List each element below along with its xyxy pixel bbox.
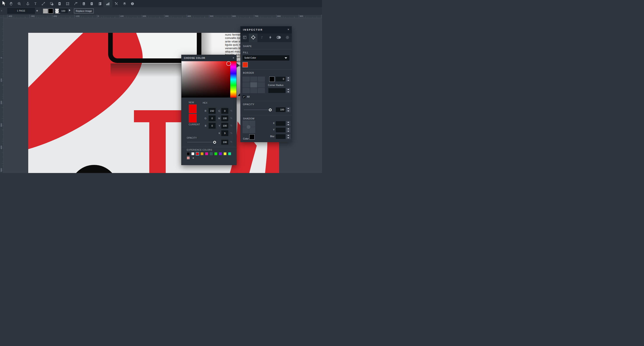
opacity-slider-track[interactable] (244, 110, 270, 110)
shadow-direction-knob[interactable] (247, 125, 250, 129)
shadow-section-label: SHADOW (243, 117, 254, 120)
anchor-tool[interactable] (24, 0, 32, 7)
add-swatch-button[interactable]: + (192, 156, 195, 160)
channel-row: C 0 % (181, 108, 237, 114)
ruler-tick-label: 800 (276, 15, 281, 17)
experience-color-swatch[interactable] (214, 152, 217, 155)
pen-curve-tool[interactable] (72, 0, 80, 7)
border-color-swatch[interactable] (269, 76, 274, 82)
ruler-tick-label: 200 (0, 99, 3, 106)
expand-arrow-icon[interactable] (69, 9, 70, 11)
tab-layout[interactable] (240, 33, 249, 42)
opacity-value-field[interactable]: 100 (59, 8, 68, 13)
line-tool[interactable] (40, 0, 47, 7)
shadow-blur-input[interactable] (276, 134, 286, 139)
inspector-divider (240, 115, 292, 115)
image-tool[interactable] (80, 0, 88, 7)
color-picker-ring[interactable] (226, 61, 231, 66)
experience-color-swatch[interactable] (228, 152, 231, 155)
fill-color-swatch[interactable] (242, 62, 248, 67)
experience-color-swatch[interactable] (187, 152, 190, 155)
tab-states[interactable] (275, 33, 283, 42)
corner-radius-stepper[interactable] (286, 88, 290, 93)
tab-settings[interactable] (283, 33, 292, 42)
video-tool[interactable] (88, 0, 96, 7)
chart-tool[interactable] (103, 0, 112, 7)
add-page-button[interactable]: + (36, 9, 38, 12)
shapes-tool[interactable] (48, 0, 56, 7)
dialog-title: CHOOSE COLOR (184, 55, 205, 61)
opacity-value-input[interactable]: 100 (221, 140, 228, 145)
layers-icon (122, 2, 126, 6)
experience-color-swatch[interactable] (205, 152, 208, 155)
channel-value-input[interactable]: 100 (221, 115, 228, 121)
gray-swatch[interactable] (43, 8, 48, 13)
close-icon[interactable]: × (288, 26, 289, 33)
experience-color-swatch[interactable] (191, 152, 194, 155)
opacity-value-input[interactable]: 100 (276, 107, 286, 112)
black-swatch[interactable] (48, 8, 53, 13)
opacity-stepper[interactable] (286, 107, 290, 112)
artboard-star-tool[interactable] (56, 0, 63, 7)
back-chevron[interactable]: ‹ (1, 9, 2, 12)
ruler-tick-label: 100 (0, 77, 3, 83)
experience-color-swatch[interactable] (196, 152, 199, 155)
mesh-tool[interactable] (64, 0, 71, 7)
channel-value-input[interactable]: 100 (221, 123, 228, 129)
channel-value-input[interactable]: 9 (221, 130, 228, 136)
horizontal-ruler: -400-300-200-100010020030040050060070080… (0, 14, 322, 18)
ruler-tick-label: 0 (0, 54, 3, 61)
opacity-slider-handle[interactable] (213, 141, 216, 144)
play-icon (90, 2, 94, 6)
hue-slider[interactable] (230, 61, 236, 97)
replace-image-button[interactable]: Replace Image (74, 8, 94, 13)
channel-label: Y (218, 124, 220, 127)
corner-radius-input[interactable] (268, 88, 286, 93)
close-icon[interactable]: × (232, 55, 234, 61)
all-corners-checkbox[interactable]: ✔ (242, 95, 246, 98)
shadow-y-input[interactable] (276, 128, 286, 132)
line-icon (41, 2, 45, 6)
info-tool[interactable] (129, 0, 136, 7)
shadow-x-input[interactable] (276, 121, 286, 126)
shadow-y-stepper[interactable] (286, 127, 290, 133)
opacity-slider-handle[interactable] (269, 108, 272, 111)
fill-type-dropdown[interactable]: Solid Color (242, 55, 290, 61)
page-selector[interactable]: 1 PAGE (7, 8, 35, 14)
code-tool[interactable] (96, 0, 104, 7)
utilities-tool[interactable] (113, 0, 120, 7)
saturation-gradient-picker[interactable] (182, 61, 230, 97)
text-tool[interactable]: T (32, 0, 39, 7)
zoom-tool[interactable] (16, 0, 23, 7)
experience-color-swatch[interactable] (224, 152, 226, 155)
border-width-stepper[interactable] (286, 76, 290, 82)
layers-tool[interactable] (121, 0, 128, 7)
border-width-input[interactable]: 0 (276, 77, 286, 81)
experience-color-swatch[interactable] (210, 152, 213, 155)
dialog-header[interactable]: CHOOSE COLOR × (181, 55, 237, 61)
shadow-blur-stepper[interactable] (286, 134, 290, 139)
chart-bars-icon (106, 2, 110, 6)
tab-text[interactable]: T (258, 33, 266, 42)
choose-color-dialog: CHOOSE COLOR × NEW CURRENT HEX #E80000 R… (181, 55, 237, 165)
inspector-panel: INSPECTOR × T SHAPE FILL (240, 26, 292, 142)
ruler-tick-label: 200 (142, 15, 146, 17)
inspector-header[interactable]: INSPECTOR × (240, 26, 292, 33)
border-position-grid[interactable] (242, 76, 265, 93)
opacity-slider-track[interactable] (187, 142, 215, 142)
experience-color-swatch[interactable] (219, 152, 222, 155)
tab-shape[interactable] (249, 33, 258, 42)
hand-tool[interactable] (8, 0, 15, 7)
shadow-x-stepper[interactable] (286, 121, 290, 126)
ruler-tick-label: -200 (52, 15, 57, 17)
ruler-tick-label: 900 (299, 15, 303, 17)
text-icon: T (34, 2, 38, 6)
experience-color-swatch[interactable] (187, 156, 190, 159)
tab-interactions[interactable] (266, 33, 275, 42)
channel-value-input[interactable]: 0 (221, 108, 228, 114)
experience-color-swatch[interactable] (200, 152, 204, 155)
ruler-tick-label: -100 (74, 15, 80, 17)
ruler-tick-label: 300 (0, 122, 3, 128)
shadow-color-swatch[interactable] (249, 134, 254, 140)
new-label: NEW (189, 101, 194, 104)
